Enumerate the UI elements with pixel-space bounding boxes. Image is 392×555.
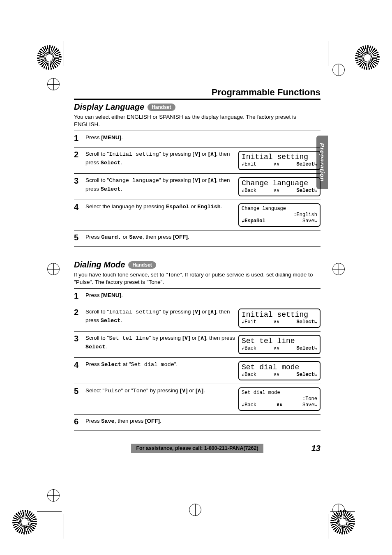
crop-mark [37,68,62,68]
step-row: 3 Scroll to "Change language" by pressin… [74,174,321,200]
step-text: Press Save, then press [OFF]. [85,417,321,426]
step-row: 2 Scroll to "Initial setting" by pressin… [74,305,321,332]
lcd-display: Initial setting ↲Exit ∨∧ Select↳ [238,151,321,170]
section-heading: Display Language [74,102,144,112]
registration-mark-icon [189,504,201,516]
crop-mark [330,511,355,512]
lcd-display: Set dial mode :Tone ↲Back ∨∧ Save↳ [238,387,321,411]
crop-mark [330,68,355,68]
section-heading: Dialing Mode [74,260,125,269]
section-intro: If you have touch tone service, set to "… [74,271,321,286]
lcd-display: Initial setting ↲Exit ∨∧ Select↳ [238,309,321,328]
lcd-line: Change language [242,206,317,212]
lcd-line: ↲Exit ∨∧ Select↳ [242,161,317,168]
registration-mark-icon [332,64,345,76]
lcd-line: :Tone [242,396,317,402]
down-arrow-icon: ∨ [184,335,188,341]
step-text: Scroll to "Change language" by pressing … [85,176,238,193]
crop-mark [328,41,328,66]
up-arrow-icon: ∧ [197,387,201,394]
registration-mark-icon [47,263,60,275]
step-number: 2 [74,150,85,159]
down-arrow-icon: ∨ [194,177,198,183]
step-text: Select the language by pressing Español … [85,203,238,211]
lcd-line: Change language [242,180,317,188]
print-sunburst-icon [12,510,37,534]
step-number: 5 [74,233,85,242]
step-number: 4 [74,360,85,369]
lcd-display: Change language :English ↲Español Save↳ [238,203,321,227]
lcd-line: Set dial mode [242,364,317,372]
step-text: Scroll to "Initial setting" by pressing … [85,150,238,167]
crop-mark [64,514,64,539]
lcd-line: ↲Back ∨∧ Select↳ [242,188,317,194]
step-number: 2 [74,308,85,317]
page-title: Programmable Functions [212,86,321,99]
lcd-line: Set dial mode [242,390,317,396]
lcd-line: Initial setting [242,311,317,319]
step-number: 1 [74,291,85,300]
up-arrow-icon: ∧ [210,177,214,183]
down-arrow-icon: ∨ [194,309,198,315]
section-intro: You can select either ENGLISH or SPANISH… [74,113,321,128]
step-text: Press [MENU]. [85,291,321,299]
step-number: 1 [74,134,85,143]
step-text: Scroll to "Set tel line" by pressing [∨]… [85,334,238,351]
down-arrow-icon: ∨ [194,151,198,157]
step-row: 6 Press Save, then press [OFF]. [74,415,321,431]
assistance-box: For assistance, please call: 1-800-211-P… [131,444,263,453]
registration-mark-icon [47,489,60,502]
steps-list: 1 Press [MENU]. 2 Scroll to "Initial set… [74,288,321,431]
step-number: 5 [74,387,85,396]
step-row: 1 Press [MENU]. [74,131,321,147]
lcd-line: :English [242,212,317,218]
lcd-line: ↲Back ∨∧ Select↳ [242,372,317,378]
step-row: 5 Select "Pulse" or "Tone" by pressing [… [74,384,321,415]
up-arrow-icon: ∧ [210,151,214,157]
handset-badge: Handset [128,261,156,269]
page-header: Programmable Functions [74,86,321,100]
step-text: Press [MENU]. [85,134,321,142]
step-number: 6 [74,417,85,426]
lcd-line: ↲Back ∨∧ Select↳ [242,345,317,352]
step-text: Press Guard. or Save, then press [OFF]. [85,233,321,242]
step-text: Select "Pulse" or "Tone" by pressing [∨]… [85,387,238,395]
lcd-line: ↲Español Save↳ [242,218,317,224]
up-arrow-icon: ∧ [200,335,204,341]
handset-badge: Handset [148,104,175,111]
step-row: 5 Press Guard. or Save, then press [OFF]… [74,230,321,247]
crop-mark [37,511,62,512]
down-arrow-icon: ∨ [182,387,186,394]
lcd-display: Change language ↲Back ∨∧ Select↳ [238,177,321,196]
lcd-line: Initial setting [242,153,317,161]
registration-mark-icon [47,78,60,90]
lcd-line: ↲Back ∨∧ Save↳ [242,402,317,408]
registration-mark-icon [332,263,345,275]
lcd-line: Set tel line [242,337,317,345]
step-text: Scroll to "Initial setting" by pressing … [85,308,238,325]
registration-mark-icon [332,504,345,516]
step-number: 3 [74,334,85,343]
print-sunburst-icon [355,45,380,70]
page-number: 13 [311,444,321,453]
steps-list: 1 Press [MENU]. 2 Scroll to "Initial set… [74,131,321,247]
crop-mark [328,514,328,539]
step-row: 4 Select the language by pressing Españo… [74,200,321,230]
step-row: 2 Scroll to "Initial setting" by pressin… [74,147,321,174]
step-row: 3 Scroll to "Set tel line" by pressing [… [74,332,321,358]
up-arrow-icon: ∧ [210,309,214,315]
step-row: 4 Press Select at "Set dial mode". Set d… [74,358,321,384]
step-number: 4 [74,203,85,212]
crop-mark [64,41,64,66]
lcd-display: Set tel line ↲Back ∨∧ Select↳ [238,335,321,354]
lcd-display: Set dial mode ↲Back ∨∧ Select↳ [238,361,321,380]
lcd-line: ↲Exit ∨∧ Select↳ [242,319,317,325]
page-footer: For assistance, please call: 1-800-211-P… [74,444,321,453]
print-sunburst-icon [37,45,62,70]
step-text: Press Select at "Set dial mode". [85,360,238,369]
step-number: 3 [74,176,85,185]
step-row: 1 Press [MENU]. [74,289,321,305]
